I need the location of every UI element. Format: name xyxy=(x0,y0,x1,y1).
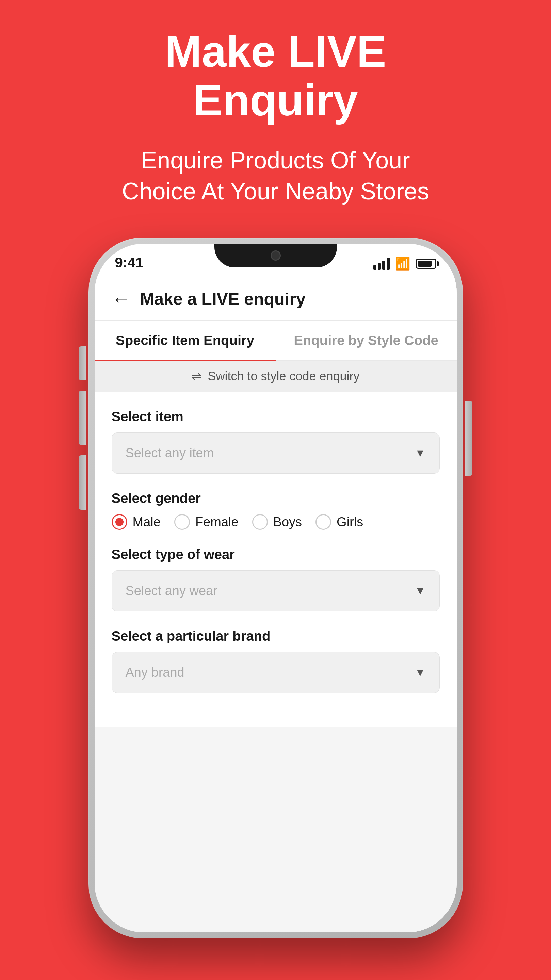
front-camera xyxy=(271,250,281,261)
gender-boys[interactable]: Boys xyxy=(252,514,302,530)
radio-male-circle xyxy=(111,514,127,530)
wifi-icon: 📶 xyxy=(395,256,411,271)
side-button-mute xyxy=(79,347,86,380)
radio-boys-circle xyxy=(252,514,268,530)
phone-device: 9:41 📶 xyxy=(89,237,463,939)
select-brand-dropdown[interactable]: Any brand ▼ xyxy=(111,652,440,693)
app-content: ← Make a LIVE enquiry Specific Item Enqu… xyxy=(95,274,457,932)
radio-female-circle xyxy=(174,514,190,530)
side-button-volume-down xyxy=(79,455,86,510)
switch-banner[interactable]: ⇌ Switch to style code enquiry xyxy=(95,361,457,392)
radio-boys-label: Boys xyxy=(273,515,302,530)
section-select-wear: Select type of wear Select any wear ▼ xyxy=(111,547,440,611)
side-button-power xyxy=(465,401,472,476)
gender-female[interactable]: Female xyxy=(174,514,239,530)
select-gender-label: Select gender xyxy=(111,491,440,506)
tab-style-code[interactable]: Enquire by Style Code xyxy=(276,321,457,360)
gender-male[interactable]: Male xyxy=(111,514,161,530)
app-scroll[interactable]: ← Make a LIVE enquiry Specific Item Enqu… xyxy=(95,274,457,932)
side-button-volume-up xyxy=(79,391,86,445)
phone-notch xyxy=(214,243,337,267)
gender-girls[interactable]: Girls xyxy=(315,514,363,530)
section-select-brand: Select a particular brand Any brand ▼ xyxy=(111,628,440,693)
radio-female-label: Female xyxy=(195,515,239,530)
chevron-down-icon: ▼ xyxy=(415,447,426,460)
gender-radio-group: Male Female Boys xyxy=(111,514,440,530)
status-time: 9:41 xyxy=(115,255,143,271)
radio-male-label: Male xyxy=(133,515,161,530)
tabs-container: Specific Item Enquiry Enquire by Style C… xyxy=(95,321,457,361)
section-select-item: Select item Select any item ▼ xyxy=(111,409,440,474)
select-item-dropdown[interactable]: Select any item ▼ xyxy=(111,433,440,474)
back-button[interactable]: ← xyxy=(111,288,131,310)
signal-icon xyxy=(373,258,390,270)
page-title: Make a LIVE enquiry xyxy=(140,289,306,309)
hero-section: Make LIVEEnquiry Enquire Products Of You… xyxy=(0,0,551,227)
app-header: ← Make a LIVE enquiry xyxy=(95,274,457,321)
select-wear-dropdown[interactable]: Select any wear ▼ xyxy=(111,570,440,611)
select-wear-label: Select type of wear xyxy=(111,547,440,562)
select-brand-label: Select a particular brand xyxy=(111,628,440,644)
battery-icon xyxy=(416,259,436,269)
section-select-gender: Select gender Male Female xyxy=(111,491,440,530)
battery-fill xyxy=(418,261,432,267)
status-icons: 📶 xyxy=(373,256,436,271)
hero-subtitle: Enquire Products Of YourChoice At Your N… xyxy=(122,145,429,207)
radio-girls-label: Girls xyxy=(337,515,363,530)
phone-frame: 9:41 📶 xyxy=(89,237,463,939)
select-brand-placeholder: Any brand xyxy=(126,665,185,680)
form-content: Select item Select any item ▼ Select gen… xyxy=(95,392,457,727)
switch-icon: ⇌ xyxy=(191,369,201,383)
phone-screen: 9:41 📶 xyxy=(95,243,457,932)
hero-title: Make LIVEEnquiry xyxy=(165,27,386,124)
select-item-label: Select item xyxy=(111,409,440,424)
chevron-down-brand-icon: ▼ xyxy=(415,666,426,679)
switch-text: Switch to style code enquiry xyxy=(208,369,359,383)
radio-girls-circle xyxy=(315,514,331,530)
select-wear-placeholder: Select any wear xyxy=(126,584,218,598)
chevron-down-wear-icon: ▼ xyxy=(415,585,426,597)
tab-specific-item[interactable]: Specific Item Enquiry xyxy=(95,321,276,360)
select-item-placeholder: Select any item xyxy=(126,446,214,460)
